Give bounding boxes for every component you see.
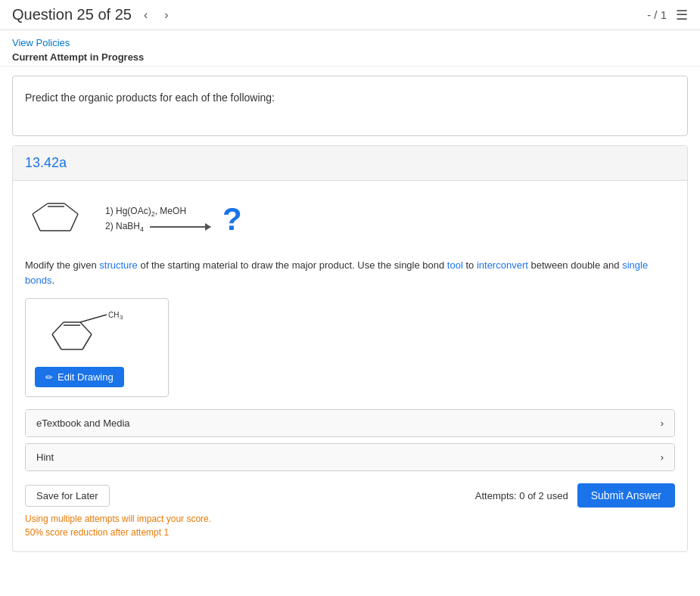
sub-question-body: 1) Hg(OAc)2, MeOH 2) NaBH4 ? Modify the … bbox=[13, 181, 687, 551]
svg-line-12 bbox=[82, 334, 92, 349]
sub-question-label: 13.42a bbox=[25, 155, 67, 170]
footer-section: Save for Later Attempts: 0 of 2 used Sub… bbox=[25, 483, 675, 508]
save-for-later-button[interactable]: Save for Later bbox=[25, 485, 110, 507]
svg-line-11 bbox=[80, 322, 92, 334]
attempt-status: Current Attempt in Progress bbox=[12, 51, 688, 63]
sub-header: View Policies Current Attempt in Progres… bbox=[0, 30, 700, 67]
edit-drawing-label: Edit Drawing bbox=[58, 371, 114, 383]
question-title: Question 25 of 25 bbox=[12, 6, 132, 23]
editable-molecule-svg: CH 3 bbox=[39, 310, 152, 359]
sub-question-header: 13.42a bbox=[13, 146, 687, 181]
question-prompt-box: Predict the organic products for each of… bbox=[12, 76, 688, 136]
score-display: - / 1 bbox=[647, 8, 667, 21]
next-question-button[interactable]: › bbox=[160, 7, 173, 23]
svg-line-8 bbox=[52, 322, 64, 334]
reaction-conditions: 1) Hg(OAc)2, MeOH 2) NaBH4 bbox=[105, 206, 210, 234]
reagent-line2: 2) NaBH4 bbox=[105, 221, 144, 233]
header-right: - / 1 ☰ bbox=[647, 7, 688, 23]
reaction-display: 1) Hg(OAc)2, MeOH 2) NaBH4 ? bbox=[25, 193, 675, 246]
edit-drawing-button[interactable]: ✏ Edit Drawing bbox=[35, 367, 124, 387]
header-left: Question 25 of 25 ‹ › bbox=[12, 6, 173, 23]
etextbook-accordion-header[interactable]: eTextbook and Media › bbox=[26, 410, 674, 436]
hint-accordion-header[interactable]: Hint › bbox=[26, 444, 674, 470]
hint-label: Hint bbox=[36, 452, 54, 463]
hint-accordion[interactable]: Hint › bbox=[25, 443, 675, 471]
reaction-arrow: 2) NaBH4 bbox=[105, 221, 210, 233]
etextbook-accordion[interactable]: eTextbook and Media › bbox=[25, 409, 675, 437]
product-placeholder: ? bbox=[222, 201, 242, 237]
view-policies-link[interactable]: View Policies bbox=[12, 37, 70, 48]
page-header: Question 25 of 25 ‹ › - / 1 ☰ bbox=[0, 0, 700, 30]
main-content: Predict the organic products for each of… bbox=[0, 67, 700, 561]
submit-answer-button[interactable]: Submit Answer bbox=[577, 483, 675, 508]
drawing-area: CH 3 ✏ Edit Drawing bbox=[25, 298, 169, 397]
svg-line-14 bbox=[80, 315, 107, 322]
svg-text:CH: CH bbox=[108, 311, 119, 319]
etextbook-chevron-icon: › bbox=[661, 418, 664, 429]
instruction-text: Modify the given structure of the starti… bbox=[25, 258, 675, 287]
warning-text: Using multiple attempts will impact your… bbox=[25, 512, 675, 539]
pencil-icon: ✏ bbox=[45, 372, 53, 383]
svg-line-5 bbox=[70, 214, 78, 231]
menu-icon[interactable]: ☰ bbox=[676, 7, 688, 23]
warning-line2: 50% score reduction after attempt 1 bbox=[25, 526, 675, 539]
sub-question-section: 13.42a bbox=[12, 145, 688, 552]
warning-line1: Using multiple attempts will impact your… bbox=[25, 512, 675, 526]
question-prompt-text: Predict the organic products for each of… bbox=[25, 92, 675, 104]
footer-right: Attempts: 0 of 2 used Submit Answer bbox=[475, 483, 675, 508]
reagent-line1: 1) Hg(OAc)2, MeOH bbox=[105, 206, 186, 216]
etextbook-label: eTextbook and Media bbox=[36, 418, 130, 429]
svg-line-0 bbox=[33, 214, 40, 231]
arrow-line bbox=[150, 226, 210, 228]
drawing-canvas: CH 3 bbox=[35, 308, 156, 361]
svg-line-4 bbox=[64, 203, 78, 214]
svg-text:3: 3 bbox=[120, 314, 123, 321]
svg-line-7 bbox=[52, 334, 61, 349]
prev-question-button[interactable]: ‹ bbox=[139, 7, 152, 23]
starting-material-svg bbox=[25, 193, 93, 246]
hint-chevron-icon: › bbox=[661, 452, 664, 463]
attempts-text: Attempts: 0 of 2 used bbox=[475, 490, 568, 501]
svg-line-1 bbox=[33, 203, 48, 214]
